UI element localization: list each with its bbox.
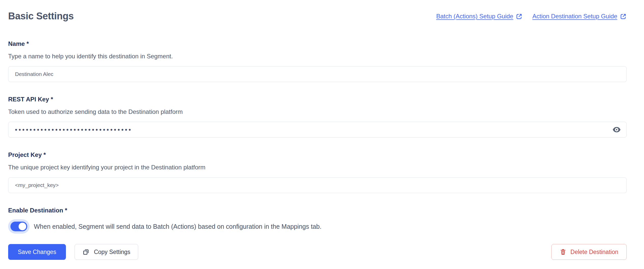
copy-icon (82, 249, 89, 255)
batch-setup-guide-link[interactable]: Batch (Actions) Setup Guide (436, 13, 523, 20)
save-changes-button[interactable]: Save Changes (8, 244, 66, 260)
name-field-description: Type a name to help you identify this de… (8, 52, 627, 60)
name-field-label: Name * (8, 41, 627, 47)
api-key-field-group: REST API Key * Token used to authorize s… (8, 96, 627, 138)
project-key-field-label: Project Key * (8, 152, 627, 158)
external-link-icon (516, 13, 523, 20)
project-key-input-wrap (8, 177, 627, 193)
api-key-input[interactable] (8, 122, 627, 138)
enable-destination-row: When enabled, Segment will send data to … (8, 219, 627, 234)
setup-guide-links: Batch (Actions) Setup Guide Action Desti… (436, 13, 627, 20)
delete-destination-button[interactable]: Delete Destination (551, 244, 627, 260)
name-field-group: Name * Type a name to help you identify … (8, 41, 627, 82)
panel-header: Basic Settings Batch (Actions) Setup Gui… (8, 10, 627, 22)
project-key-field-description: The unique project key identifying your … (8, 164, 627, 171)
project-key-field-group: Project Key * The unique project key ide… (8, 152, 627, 193)
link-label: Action Destination Setup Guide (532, 13, 617, 20)
copy-settings-button[interactable]: Copy Settings (75, 244, 138, 260)
enable-destination-description: When enabled, Segment will send data to … (34, 223, 321, 230)
name-input[interactable] (8, 66, 627, 82)
name-input-wrap (8, 66, 627, 82)
api-key-input-wrap (8, 122, 627, 138)
save-changes-label: Save Changes (18, 249, 56, 255)
page-title: Basic Settings (8, 10, 74, 22)
reveal-api-key-button[interactable] (611, 124, 622, 135)
link-label: Batch (Actions) Setup Guide (436, 13, 513, 20)
toggle-knob (19, 223, 26, 230)
api-key-field-label: REST API Key * (8, 96, 627, 102)
action-destination-setup-guide-link[interactable]: Action Destination Setup Guide (532, 13, 627, 20)
enable-destination-toggle[interactable] (10, 222, 27, 231)
external-link-icon (620, 13, 627, 20)
delete-destination-label: Delete Destination (570, 249, 618, 255)
project-key-input[interactable] (8, 177, 627, 193)
enable-destination-group: Enable Destination * When enabled, Segme… (8, 207, 627, 234)
enable-destination-label: Enable Destination * (8, 207, 627, 213)
copy-settings-label: Copy Settings (94, 249, 130, 255)
trash-icon (560, 249, 566, 255)
basic-settings-panel: Basic Settings Batch (Actions) Setup Gui… (0, 0, 644, 269)
actions-row: Save Changes Copy Settings Delete Destin… (8, 244, 627, 260)
api-key-field-description: Token used to authorize sending data to … (8, 108, 627, 116)
eye-icon (612, 127, 621, 132)
